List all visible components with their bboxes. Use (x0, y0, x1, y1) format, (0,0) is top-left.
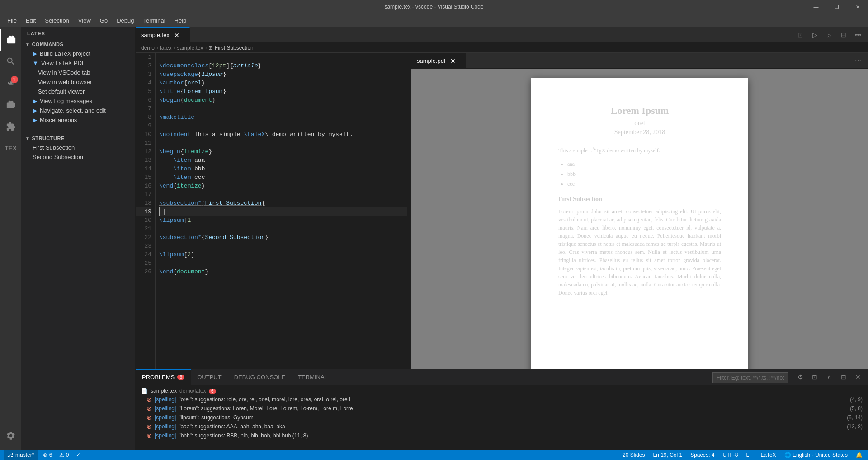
web-browser-label: View in web browser (38, 79, 92, 85)
activity-extensions[interactable] (0, 116, 22, 137)
split-editor-button[interactable]: ⊡ (794, 28, 807, 41)
sidebar-item-default-viewer[interactable]: Set default viewer (22, 87, 135, 96)
sidebar-item-misc[interactable]: ▶ Miscellaneous (22, 115, 135, 125)
split-right-button[interactable]: ⊟ (837, 28, 850, 41)
status-position[interactable]: Ln 19, Col 1 (651, 452, 684, 458)
tab-sample-pdf[interactable]: sample.pdf ✕ (411, 53, 466, 68)
settings-icon[interactable] (0, 425, 22, 446)
panel-tab-problems[interactable]: PROBLEMS 6 (136, 369, 191, 385)
problems-badge: 6 (177, 375, 184, 380)
commands-section-title[interactable]: ▼ COMMANDS (22, 40, 135, 49)
breadcrumb-latex[interactable]: latex (160, 45, 171, 51)
search-button[interactable]: ⌕ (823, 28, 835, 41)
activity-bar: 1 TEX (0, 27, 22, 450)
sidebar-item-second-subsection[interactable]: Second Subsection (22, 152, 135, 162)
breadcrumb-file[interactable]: sample.tex (177, 45, 203, 51)
panel-up-btn[interactable]: ∧ (823, 371, 835, 383)
status-slides[interactable]: 20 Slides (621, 452, 646, 458)
code-line-9 (159, 122, 407, 130)
sidebar-item-web-browser[interactable]: View in web browser (22, 77, 135, 87)
menu-terminal[interactable]: Terminal (139, 15, 169, 26)
panel-tab-actions: ⚙ ⊡ ∧ ⊟ ✕ (705, 369, 868, 385)
breadcrumb-section[interactable]: ⊞ First Subsection (208, 45, 253, 51)
activity-search[interactable] (0, 51, 22, 72)
editor-area: sample.tex ✕ ⊡ ▷ ⌕ ⊟ ••• demo › latex › … (136, 27, 868, 450)
code-line-16: \end{itemize} (159, 182, 407, 190)
panel-tab-debug[interactable]: DEBUG CONSOLE (228, 369, 292, 385)
panel-more-btn[interactable]: ⊡ (808, 371, 821, 383)
panel-tabs: PROBLEMS 6 OUTPUT DEBUG CONSOLE TERMINAL… (136, 369, 868, 385)
sidebar-item-navigate[interactable]: ▶ Navigate, select, and edit (22, 106, 135, 115)
open-preview-button[interactable]: ▷ (808, 28, 821, 41)
problem-row-2[interactable]: ⊗ [spelling] "Lorem": suggestions: Loren… (136, 404, 868, 413)
pdf-title: Lorem Ipsum (558, 105, 721, 117)
activity-scm[interactable]: 1 (0, 72, 22, 94)
status-errors[interactable]: ⊗ 6 (41, 452, 54, 458)
problem-row-4[interactable]: ⊗ [spelling] "aaa": suggestions: AAA, aa… (136, 422, 868, 431)
panel-close-btn[interactable]: ✕ (852, 371, 864, 383)
file-icon: 📄 (141, 388, 148, 394)
git-icon: ⎇ (7, 452, 14, 458)
code-line-5: \title{Lorem Ipsum} (159, 87, 407, 96)
build-icon: ▶ (33, 50, 37, 57)
tab-close-button[interactable]: ✕ (173, 32, 180, 39)
more-actions-button[interactable]: ••• (852, 28, 864, 41)
structure-section-title[interactable]: ▼ STRUCTURE (22, 134, 135, 143)
menu-help[interactable]: Help (171, 15, 190, 26)
status-spaces[interactable]: Spaces: 4 (689, 452, 716, 458)
tab-sample-tex[interactable]: sample.tex ✕ (136, 27, 190, 42)
status-locale[interactable]: 🌐 English - United States (783, 452, 849, 458)
menu-go[interactable]: Go (96, 15, 111, 26)
panel-tab-terminal[interactable]: TERMINAL (292, 369, 334, 385)
warnings-icon: ⚠ (59, 452, 64, 458)
activity-debug[interactable] (0, 94, 22, 116)
code-line-22: \subsection*{Second Subsection} (159, 233, 407, 242)
problem-row-1[interactable]: ⊗ [spelling] "orel": suggestions: role, … (136, 395, 868, 404)
activity-tex[interactable]: TEX (0, 137, 22, 159)
pdf-list: aaa bbb ccc (567, 160, 721, 188)
pdf-section1-title: First Subsection (558, 194, 721, 204)
sidebar-item-log[interactable]: ▶ View Log messages (22, 96, 135, 106)
pdf-content-area[interactable]: Lorem Ipsum orel September 28, 2018 This… (411, 69, 868, 369)
status-encoding[interactable]: UTF-8 (721, 452, 740, 458)
code-content[interactable]: \documentclass[12pt]{article} \usepackag… (156, 53, 411, 369)
code-lines-area: 123 456 789 101112 131415 161718 19 2021… (136, 53, 411, 369)
status-check[interactable]: ✓ (74, 452, 82, 458)
menu-debug[interactable]: Debug (113, 15, 137, 26)
problem-row-3[interactable]: ⊗ [spelling] "lipsum": suggestions: Gyps… (136, 413, 868, 422)
sidebar-item-view-pdf[interactable]: ▼ View LaTeX PDF (22, 58, 135, 68)
misc-label: Miscellaneous (40, 117, 77, 123)
menu-selection[interactable]: Selection (41, 15, 72, 26)
problem-row-5[interactable]: ⊗ [spelling] "bbb": suggestions: BBB, bi… (136, 431, 868, 440)
sidebar-item-first-subsection[interactable]: First Subsection (22, 143, 135, 152)
globe-icon: 🌐 (784, 452, 791, 458)
menu-edit[interactable]: Edit (22, 15, 39, 26)
menu-view[interactable]: View (75, 15, 94, 26)
breadcrumb-demo[interactable]: demo (141, 45, 155, 51)
sidebar-item-vscode-tab[interactable]: View in VSCode tab (22, 68, 135, 77)
panel-collapse-btn[interactable]: ⚙ (794, 371, 807, 383)
status-notify[interactable]: 🔔 (854, 452, 864, 458)
git-branch[interactable]: ⎇ master* (4, 450, 38, 460)
problems-label: PROBLEMS (142, 374, 175, 380)
maximize-button[interactable]: ❐ (826, 0, 847, 14)
minimize-button[interactable]: — (806, 0, 826, 14)
panel-tab-output[interactable]: OUTPUT (191, 369, 227, 385)
status-line-ending[interactable]: LF (745, 452, 755, 458)
pdf-more-actions[interactable]: ⋯ (852, 54, 864, 67)
panel-split-btn[interactable]: ⊟ (837, 371, 850, 383)
status-language[interactable]: LaTeX (759, 452, 778, 458)
pdf-tab-close[interactable]: ✕ (449, 57, 457, 65)
status-right: 20 Slides Ln 19, Col 1 Spaces: 4 UTF-8 L… (621, 452, 864, 458)
code-editor[interactable]: 123 456 789 101112 131415 161718 19 2021… (136, 53, 411, 369)
close-button[interactable]: ✕ (847, 0, 868, 14)
pdf-preview: sample.pdf ✕ ⋯ Lorem Ipsum orel Septembe… (411, 53, 868, 369)
log-icon: ▶ (33, 98, 37, 104)
code-line-7 (159, 104, 407, 113)
status-warnings[interactable]: ⚠ 0 (57, 452, 71, 458)
activity-explorer[interactable] (0, 29, 22, 51)
menu-file[interactable]: File (4, 15, 20, 26)
pdf-tab-label: sample.pdf (417, 57, 446, 64)
sidebar-item-build[interactable]: ▶ Build LaTeX project (22, 49, 135, 58)
filter-input[interactable] (713, 373, 788, 383)
